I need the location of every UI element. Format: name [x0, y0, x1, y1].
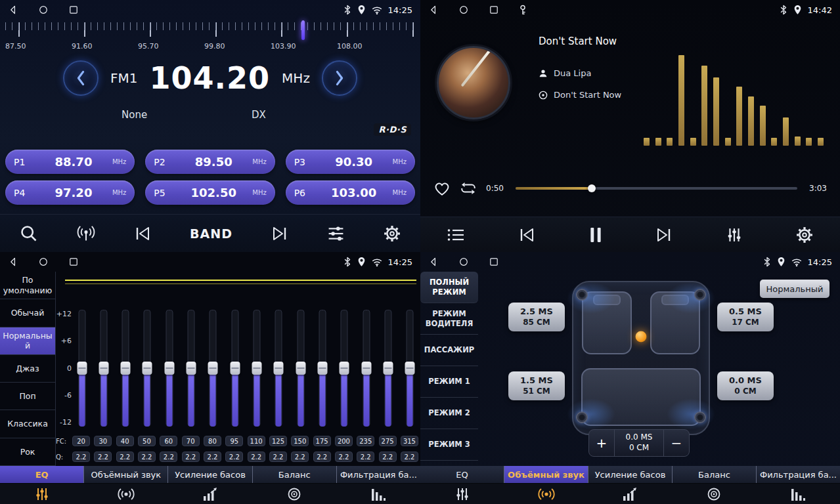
eq-slider-handle[interactable] — [230, 362, 240, 375]
bass-boost-tab-icon[interactable] — [168, 484, 252, 504]
sound-tab[interactable]: Усиление басов — [588, 466, 672, 483]
eq-slider-handle[interactable] — [77, 362, 87, 375]
back-icon[interactable] — [8, 257, 18, 267]
eq-slider-handle[interactable] — [252, 362, 262, 375]
balance-tab-icon[interactable] — [252, 484, 336, 504]
sound-tab[interactable]: Усиление басов — [167, 466, 252, 483]
filter-tab-icon[interactable] — [336, 484, 420, 504]
eq-slider-handle[interactable] — [318, 362, 328, 375]
rear-right-delay-chip[interactable]: 0.0 MS 0 CM — [717, 371, 774, 400]
front-left-delay-chip[interactable]: 2.5 MS 85 CM — [508, 303, 565, 331]
playlist-icon[interactable] — [447, 228, 464, 242]
preset-button[interactable]: P5 102.50 MHz — [145, 180, 275, 205]
band-button[interactable]: BAND — [190, 226, 232, 241]
eq-band-slider[interactable] — [208, 310, 218, 427]
eq-slider-handle[interactable] — [361, 362, 371, 375]
previous-station-icon[interactable] — [134, 226, 151, 241]
eq-preset-item[interactable]: Классика — [0, 410, 55, 438]
eq-tab-icon[interactable] — [0, 484, 84, 504]
settings-gear-icon[interactable] — [796, 226, 813, 243]
rear-left-delay-chip[interactable]: 1.5 MS 51 CM — [508, 371, 565, 400]
eq-band-slider[interactable] — [99, 310, 108, 427]
home-circle-icon[interactable] — [458, 257, 469, 267]
surround-preset-button[interactable]: Нормальный — [760, 280, 829, 298]
listening-mode-item[interactable]: ПОЛНЫЙ РЕЖИМ — [420, 272, 478, 303]
sound-tab[interactable]: Фильтрация ба... — [756, 466, 840, 483]
eq-band-slider[interactable] — [121, 310, 131, 427]
tune-up-button[interactable] — [322, 60, 357, 96]
eq-band-slider[interactable] — [361, 310, 371, 427]
eq-preset-item[interactable]: Обычай — [0, 299, 55, 327]
rear-right-speaker-icon[interactable] — [694, 411, 706, 423]
eq-slider-handle[interactable] — [384, 362, 393, 375]
recents-square-icon[interactable] — [489, 257, 499, 267]
eq-band-slider[interactable] — [143, 310, 152, 427]
previous-track-icon[interactable] — [518, 228, 535, 242]
eq-band-slider[interactable] — [405, 310, 415, 427]
eq-slider-handle[interactable] — [340, 362, 349, 375]
listening-mode-item[interactable]: РЕЖИМ ВОДИТЕЛЯ — [420, 303, 478, 335]
balance-tab-icon[interactable] — [672, 484, 756, 504]
eq-band-slider[interactable] — [230, 310, 240, 427]
repeat-icon[interactable] — [460, 180, 477, 196]
eq-slider-handle[interactable] — [121, 362, 131, 375]
rear-left-speaker-icon[interactable] — [576, 411, 588, 423]
eq-band-slider[interactable] — [296, 310, 305, 427]
sound-tab[interactable]: EQ — [420, 466, 504, 483]
front-right-delay-chip[interactable]: 0.5 MS 17 CM — [717, 303, 774, 331]
equalizer-icon[interactable] — [726, 227, 742, 243]
eq-slider-handle[interactable] — [99, 362, 108, 375]
eq-slider-handle[interactable] — [405, 362, 415, 375]
next-track-icon[interactable] — [655, 228, 673, 242]
eq-preset-item[interactable]: Поп — [0, 383, 55, 410]
scan-search-icon[interactable] — [20, 224, 38, 243]
eq-slider-handle[interactable] — [164, 362, 174, 375]
preset-button[interactable]: P4 97.20 MHz — [5, 180, 135, 205]
listening-mode-item[interactable]: РЕЖИМ 2 — [420, 398, 478, 429]
eq-preset-item[interactable]: Рок — [0, 438, 55, 466]
eq-preset-item[interactable]: Нормальный — [0, 327, 55, 355]
eq-slider-handle[interactable] — [208, 362, 218, 375]
front-left-speaker-icon[interactable] — [576, 289, 588, 301]
sound-tab[interactable]: Баланс — [672, 466, 756, 483]
front-right-speaker-icon[interactable] — [694, 289, 706, 301]
back-icon[interactable] — [428, 5, 439, 15]
eq-band-slider[interactable] — [384, 310, 393, 427]
eq-band-slider[interactable] — [340, 310, 349, 427]
progress-bar[interactable] — [516, 187, 797, 190]
back-icon[interactable] — [428, 257, 439, 267]
sound-tab[interactable]: EQ — [0, 466, 83, 483]
pause-icon[interactable] — [589, 227, 602, 243]
listening-mode-item[interactable]: РЕЖИМ 1 — [420, 366, 478, 398]
listening-position-marker[interactable] — [636, 331, 647, 343]
surround-tab-icon[interactable] — [504, 484, 588, 504]
bass-boost-tab-icon[interactable] — [588, 484, 673, 504]
recents-square-icon[interactable] — [489, 5, 499, 15]
progress-knob[interactable] — [588, 184, 596, 192]
favorite-heart-icon[interactable] — [433, 180, 451, 196]
home-circle-icon[interactable] — [458, 5, 469, 15]
filter-tab-icon[interactable] — [756, 484, 840, 504]
eq-band-slider[interactable] — [318, 310, 328, 427]
next-station-icon[interactable] — [271, 226, 288, 241]
recents-square-icon[interactable] — [68, 257, 79, 267]
home-circle-icon[interactable] — [38, 257, 49, 267]
back-icon[interactable] — [8, 5, 18, 15]
broadcast-antenna-icon[interactable] — [77, 225, 95, 242]
listening-mode-item[interactable]: РЕЖИМ 3 — [420, 429, 478, 461]
sound-tab[interactable]: Объёмный звук — [504, 466, 588, 483]
tune-down-button[interactable] — [63, 60, 99, 96]
delay-decrease-button[interactable]: − — [664, 435, 689, 451]
home-circle-icon[interactable] — [38, 5, 49, 15]
eq-slider-handle[interactable] — [274, 362, 284, 375]
eq-band-slider[interactable] — [187, 310, 196, 427]
eq-slider-handle[interactable] — [296, 362, 305, 375]
preset-button[interactable]: P6 103.00 MHz — [286, 180, 415, 205]
eq-band-slider[interactable] — [274, 310, 284, 427]
preset-button[interactable]: P1 88.70 MHz — [5, 150, 135, 174]
eq-slider-handle[interactable] — [187, 362, 196, 375]
frequency-scale[interactable] — [5, 22, 416, 39]
recents-square-icon[interactable] — [68, 5, 79, 15]
eq-preset-item[interactable]: Джаз — [0, 355, 55, 383]
listening-mode-item[interactable]: ПАССАЖИР — [420, 335, 478, 366]
